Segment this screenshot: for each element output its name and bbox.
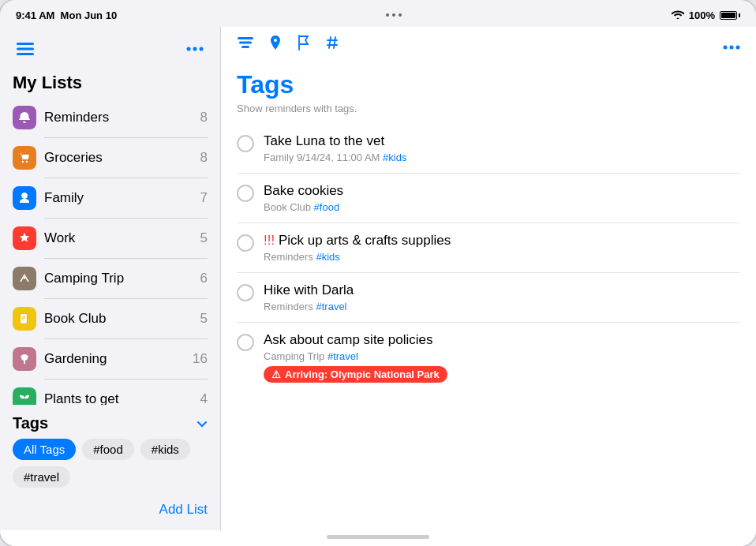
svg-point-14 [25,355,28,358]
sidebar-item-work[interactable]: Work 5 [6,219,214,258]
svg-point-20 [736,46,740,50]
main-content: Tags Show reminders with tags. Take Luna… [221,27,756,530]
svg-point-5 [200,47,204,51]
svg-point-7 [26,161,28,163]
svg-point-8 [24,277,26,279]
add-list-button[interactable]: Add List [159,502,208,518]
svg-rect-9 [21,314,27,323]
svg-rect-15 [238,37,253,39]
priority-indicator-3: !!! [264,233,279,248]
my-lists-title: My Lists [0,68,220,98]
work-icon [13,226,36,250]
tags-section-title: Tags [13,414,48,432]
reminder-item-3: !!! Pick up arts & crafts supplies Remin… [237,223,740,273]
reminder-meta-5: Camping Trip #travel [264,350,740,362]
badge-text: Arriving: Olympic National Park [285,368,440,380]
sidebar-item-bookclub[interactable]: Book Club 5 [6,299,214,338]
sidebar-item-plants[interactable]: Plants to get 4 [6,380,214,405]
svg-rect-12 [24,360,25,364]
bookclub-icon [13,307,36,331]
reminder-details-5: Ask about camp site policies Camping Tri… [264,332,740,383]
svg-rect-17 [241,46,249,48]
svg-rect-2 [17,53,34,55]
reminder-item-4: Hike with Darla Reminders #travel [237,273,740,323]
reminder-title-4: Hike with Darla [264,282,740,298]
tag-food-pill[interactable]: #food [82,439,134,460]
sidebar-item-groceries[interactable]: Groceries 8 [6,138,214,178]
camping-icon [13,267,36,290]
reminder-details-3: !!! Pick up arts & crafts supplies Remin… [264,233,740,263]
svg-rect-16 [239,42,252,44]
reminder-circle-5[interactable] [237,334,254,351]
reminder-item-2: Bake cookies Book Club #food [237,174,740,223]
sidebar-item-camping[interactable]: Camping Trip 6 [6,259,214,298]
sidebar-toggle-button[interactable] [13,36,38,62]
svg-point-3 [187,47,191,51]
page-subtitle: Show reminders with tags. [237,103,740,124]
reminder-details-4: Hike with Darla Reminders #travel [264,282,740,312]
app-content: My Lists Reminders 8 [0,27,756,530]
battery-percentage: 100% [689,9,715,21]
reminder-details-2: Bake cookies Book Club #food [264,183,740,213]
status-right: 100% [672,9,740,21]
svg-point-4 [193,47,197,51]
sidebar-item-reminders[interactable]: Reminders 8 [6,98,214,137]
flag-icon[interactable] [297,35,311,54]
reminder-title-5: Ask about camp site policies [264,332,740,348]
reminder-details-1: Take Luna to the vet Family 9/14/24, 11:… [264,133,740,163]
status-time: 9:41 AM Mon Jun 10 [16,9,117,21]
reminder-circle-3[interactable] [237,234,254,252]
home-indicator [327,535,429,539]
hashtag-icon[interactable] [325,36,339,54]
location-icon[interactable] [268,35,283,54]
reminders-icon [13,106,36,129]
family-icon [13,186,36,210]
tags-chevron-icon[interactable] [196,417,208,430]
more-options-icon[interactable] [723,36,740,54]
tag-travel-pill[interactable]: #travel [13,466,70,488]
sidebar-footer: Add List [0,494,220,530]
reminder-title-1: Take Luna to the vet [264,133,740,149]
status-center-dots [386,13,402,17]
reminder-meta-4: Reminders #travel [264,301,740,312]
filter-icon[interactable] [237,36,254,54]
reminder-circle-1[interactable] [237,135,254,152]
reminder-title-3: !!! Pick up arts & crafts supplies [264,233,740,249]
reminder-title-2: Bake cookies [264,183,740,199]
battery-icon [720,11,740,20]
svg-point-19 [730,46,734,50]
reminder-circle-4[interactable] [237,284,254,301]
bottom-bar [0,530,756,546]
reminder-meta-2: Book Club #food [264,201,740,213]
status-bar: 9:41 AM Mon Jun 10 100% [0,0,756,27]
reminder-circle-2[interactable] [237,185,254,202]
tag-all-pill[interactable]: All Tags [13,439,76,460]
groceries-icon [13,146,36,170]
toolbar-left-icons [237,35,339,54]
sidebar-item-family[interactable]: Family 7 [6,178,214,218]
sidebar-header [0,27,220,68]
sidebar: My Lists Reminders 8 [0,27,221,530]
sidebar-item-gardening[interactable]: Gardening 16 [6,339,214,379]
main-body: Tags Show reminders with tags. Take Luna… [221,62,756,530]
reminder-meta-3: Reminders #kids [264,251,740,263]
main-toolbar [221,27,756,62]
svg-rect-1 [17,48,34,50]
gardening-icon [13,347,36,371]
svg-point-13 [21,355,24,358]
tag-kids-pill[interactable]: #kids [140,439,190,460]
location-badge: ⚠ Arriving: Olympic National Park [264,366,447,383]
reminder-item-1: Take Luna to the vet Family 9/14/24, 11:… [237,124,740,174]
tags-section: Tags All Tags #food #kids #travel [0,405,220,494]
wifi-icon [672,9,684,21]
sidebar-more-button[interactable] [182,36,208,62]
reminder-meta-1: Family 9/14/24, 11:00 AM #kids [264,151,740,163]
plants-icon [13,387,36,405]
reminder-item-5: Ask about camp site policies Camping Tri… [237,323,740,392]
page-title: Tags [237,62,740,103]
sidebar-list: Reminders 8 Groceries 8 [0,98,220,405]
svg-point-18 [724,46,728,50]
svg-rect-0 [17,43,34,45]
tags-header: Tags [13,411,208,439]
svg-point-6 [22,161,24,163]
